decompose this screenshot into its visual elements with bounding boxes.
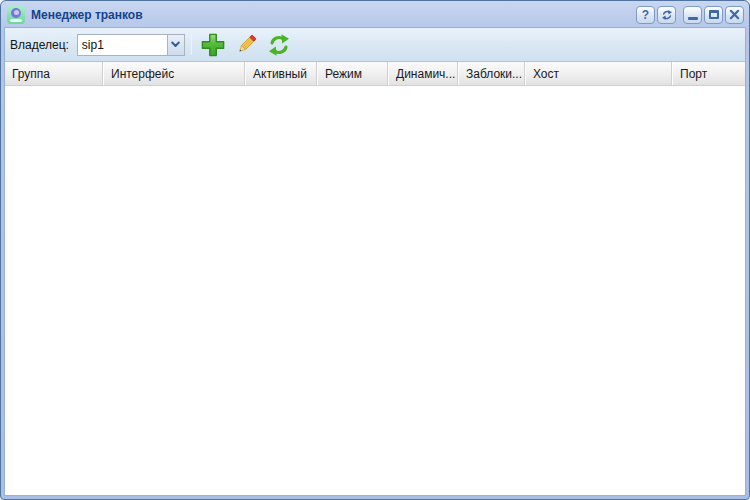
column-header-host[interactable]: Хост [525, 62, 672, 85]
edit-pencil-icon [235, 33, 258, 56]
column-header-dynamic[interactable]: Динамич... [388, 62, 458, 85]
owner-label: Владелец: [10, 38, 69, 52]
close-icon [729, 9, 740, 20]
owner-combobox-value: sip1 [78, 35, 167, 55]
minimize-button[interactable] [683, 6, 702, 24]
column-header-blocked[interactable]: Заблоки... [458, 62, 525, 85]
edit-trunk-button[interactable] [234, 32, 259, 57]
column-header-group[interactable]: Группа [5, 62, 103, 85]
reload-icon [661, 9, 673, 21]
help-icon: ? [642, 8, 649, 22]
refresh-button[interactable] [266, 32, 292, 58]
toolbar-separator [191, 35, 192, 55]
app-icon [7, 6, 25, 24]
owner-combobox[interactable]: sip1 [77, 34, 185, 56]
toolbar: Владелец: sip1 [5, 28, 745, 62]
trunks-grid: Группа Интерфейс Активный Режим Динамич.… [5, 62, 745, 495]
close-button[interactable] [725, 6, 744, 24]
grid-header: Группа Интерфейс Активный Режим Динамич.… [5, 62, 745, 86]
app-icon-camera [11, 8, 21, 18]
window-title: Менеджер транков [31, 8, 636, 22]
reload-button[interactable] [657, 6, 676, 24]
column-header-port[interactable]: Порт [672, 62, 745, 85]
column-header-active[interactable]: Активный [245, 62, 317, 85]
add-icon [200, 32, 226, 58]
window-controls: ? [636, 6, 744, 24]
app-icon-stand [10, 19, 22, 22]
add-trunk-button[interactable] [199, 31, 227, 59]
minimize-icon [688, 17, 698, 20]
grid-body-empty [5, 86, 745, 495]
titlebar[interactable]: Менеджер транков ? [4, 4, 746, 27]
window-body: Владелец: sip1 [4, 27, 746, 496]
combo-dropdown-trigger[interactable] [167, 35, 184, 55]
help-button[interactable]: ? [636, 6, 655, 24]
column-header-mode[interactable]: Режим [317, 62, 388, 85]
refresh-icon [267, 33, 291, 57]
column-header-interface[interactable]: Интерфейс [103, 62, 245, 85]
trunk-manager-window: Менеджер транков ? [0, 0, 750, 500]
chevron-down-icon [171, 41, 180, 48]
maximize-button[interactable] [704, 6, 723, 24]
maximize-icon [709, 10, 719, 19]
